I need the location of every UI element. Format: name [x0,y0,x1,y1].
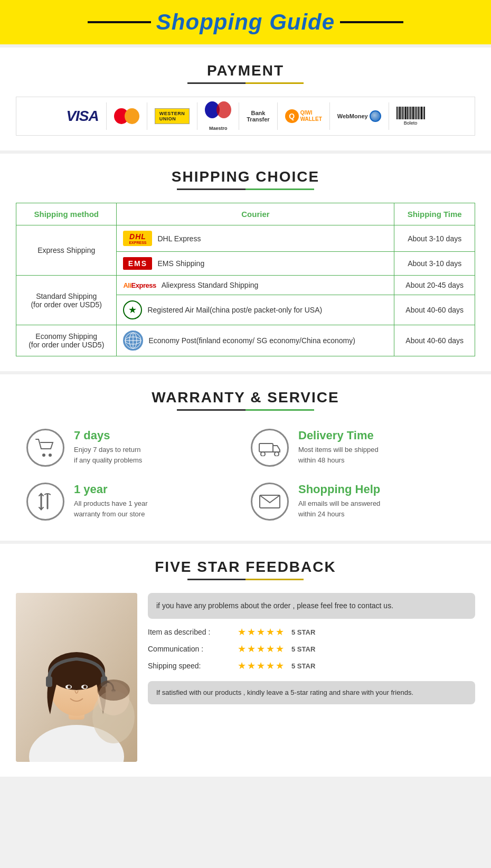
truck-icon-circle [251,429,289,467]
star-5: ★ [276,643,284,655]
rating-label-shipping: Shipping speed: [148,662,232,670]
mastercard-circles [114,108,139,124]
courier-dhl-cell: DHLEXPRESS DHL Express [117,225,394,252]
bar [414,107,415,119]
cart-icon [35,438,56,457]
shipping-table-header-row: Shipping method Courier Shipping Time [16,203,475,225]
bar [424,107,425,119]
star-3: ★ [257,643,265,655]
bar [402,107,403,119]
banktransfer-logo: BankTransfer [239,102,277,130]
method-economy: Economy Shipping(for order under USD5) [16,325,117,356]
maestro-circles [205,101,231,118]
warranty-item-returns: 7 days Enjoy 7 days to returnif any qual… [26,429,240,467]
warranty-content-delivery: Delivery Time Most items will be shipped… [298,429,379,465]
rating-star-label-described: 5 STAR [291,628,315,636]
bar [421,107,422,119]
un-logo [123,331,143,351]
bar [410,107,411,119]
maestro-red-circle [216,101,231,118]
bar [418,107,419,119]
boleto-logo: Boleto [389,102,432,130]
courier-un-cell: Economy Post(finland economy/ SG economy… [117,325,394,356]
westernunion-logo: WESTERN UNION [147,102,198,130]
star-2: ★ [247,643,256,655]
bar [412,107,414,119]
chinapost-time: About 40-60 days [394,295,475,325]
maestro-logo: Maestro [197,102,239,130]
mc-right-circle [125,108,139,124]
webmoney-logo: WebMoney [330,102,389,130]
aliexpress-logo: AliExpress [123,281,156,289]
rating-label-communication: Communication : [148,645,232,653]
star-1: ★ [238,643,246,655]
dhl-time: About 3-10 days [394,225,475,252]
wu-text1: WESTERN [159,111,185,116]
svg-rect-8 [259,444,273,452]
col-header-time: Shipping Time [394,203,475,225]
warranty-delivery-desc: Most items will be shippedwithin 48 hour… [298,445,379,465]
svg-rect-27 [46,676,52,687]
courier-chinapost-row: ★ Registered Air Mail(china post/e packe… [123,300,388,319]
wu-box: WESTERN UNION [155,108,190,124]
un-name: Economy Post(finland economy/ SG economy… [148,336,355,345]
bottom-speech-bubble: If satisfied with our products , kindly … [148,681,475,704]
dhl-sub: EXPRESS [126,241,149,244]
ems-name: EMS Shipping [157,259,204,268]
warranty-item-delivery: Delivery Time Most items will be shipped… [251,429,465,467]
method-standard: Standard Shipping(for order over USD5) [16,276,117,325]
maestro-label: Maestro [209,126,228,131]
courier-ems-cell: EMS EMS Shipping [117,252,394,276]
chinapost-logo: ★ [123,300,142,319]
courier-ems-row: EMS EMS Shipping [123,257,388,270]
star-5: ★ [276,660,284,672]
qiwi-text: QIWIWALLET [300,110,322,122]
table-row: Standard Shipping(for order over USD5) A… [16,276,475,295]
bar [417,107,418,119]
feedback-section: FIVE STAR FEEDBACK [0,544,491,777]
top-speech-bubble: if you have any problems about the order… [148,593,475,619]
wrench-icon [36,490,55,513]
stars-described: ★ ★ ★ ★ ★ [238,626,284,638]
warranty-underline [177,409,314,411]
svg-point-26 [83,685,87,688]
svg-point-6 [42,454,45,457]
warranty-help-title: Shopping Help [298,483,380,496]
bar [420,107,420,119]
courier-dhl-row: DHLEXPRESS DHL Express [123,231,388,246]
payment-section: PAYMENT VISA WESTERN UNION [0,48,491,150]
ratings-container: Item as described : ★ ★ ★ ★ ★ 5 STAR Com… [148,626,475,672]
svg-text:★: ★ [128,305,137,315]
ali-name: Aliexpress Standard Shipping [162,281,259,289]
warranty-returns-title: 7 days [74,429,142,442]
svg-point-9 [261,452,265,456]
courier-ali-cell: AliExpress Aliexpress Standard Shipping [117,276,394,295]
courier-un-row: Economy Post(finland economy/ SG economy… [123,331,388,351]
star-4: ★ [266,626,275,638]
feedback-photo [16,593,137,762]
warranty-item-warranty: 1 year All products have 1 yearwarranty … [26,483,240,521]
bar [411,107,412,119]
star-3: ★ [257,626,265,638]
table-row: Economy Shipping(for order under USD5) [16,325,475,356]
warranty-content-year: 1 year All products have 1 yearwarranty … [74,483,147,519]
warranty-delivery-title: Delivery Time [298,429,379,442]
visa-text: VISA [66,108,98,125]
payment-underline [187,82,304,84]
ali-time: About 20-45 days [394,276,475,295]
rating-label-described: Item as described : [148,628,232,636]
ems-time: About 3-10 days [394,252,475,276]
bar [405,107,407,119]
envelope-icon [259,493,281,510]
mastercard-logo [107,102,147,130]
warranty-year-desc: All products have 1 yearwarranty from ou… [74,498,147,519]
svg-point-10 [275,452,279,456]
star-5: ★ [276,626,284,638]
chinapost-icon: ★ [126,303,139,317]
star-2: ★ [247,660,256,672]
dhl-logo: DHLEXPRESS [123,231,152,246]
warranty-item-help: Shopping Help All emails will be answere… [251,483,465,521]
star-3: ★ [257,660,265,672]
warranty-returns-desc: Enjoy 7 days to returnif any quality pro… [74,445,142,465]
visa-logo: VISA [59,102,106,130]
